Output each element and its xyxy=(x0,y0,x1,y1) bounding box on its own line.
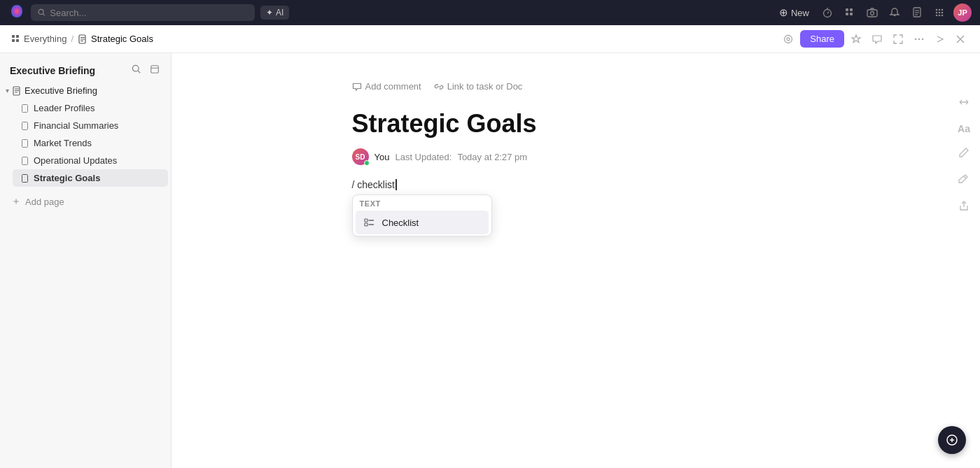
sidebar-search-btn[interactable] xyxy=(129,63,144,78)
bell-icon-btn[interactable] xyxy=(886,4,903,21)
slash-command-line[interactable]: / checklist xyxy=(352,179,800,190)
apps-icon-btn[interactable] xyxy=(931,4,948,21)
svg-rect-50 xyxy=(22,139,28,147)
sidebar-search-icon xyxy=(132,64,141,74)
svg-line-53 xyxy=(964,176,966,178)
breadcrumb-bar: Everything / Strategic Goals Share xyxy=(0,25,980,53)
page-icon-small-4 xyxy=(21,157,29,165)
star-icon-btn[interactable] xyxy=(847,31,865,48)
close-button[interactable] xyxy=(952,31,969,47)
link-task-btn[interactable]: Link to task or Doc xyxy=(434,81,523,92)
breadcrumb-current-page: Strategic Goals xyxy=(78,34,153,44)
svg-point-22 xyxy=(936,15,938,17)
sidebar-group-label: Executive Briefing xyxy=(24,85,97,96)
edit2-icon xyxy=(958,173,969,185)
svg-rect-27 xyxy=(12,39,15,42)
sidebar-item-market-trends[interactable]: Market Trends xyxy=(13,134,168,152)
breadcrumb-separator: / xyxy=(71,34,74,44)
add-comment-label: Add comment xyxy=(365,81,421,92)
doc-group-icon xyxy=(12,86,22,96)
doc-toolbar: Add comment Link to task or Doc xyxy=(352,81,800,92)
expand-icon-btn[interactable] xyxy=(889,31,907,48)
sidebar-item-strategic-goals[interactable]: Strategic Goals xyxy=(13,169,168,187)
add-page-btn[interactable]: ＋ Add page xyxy=(3,191,168,212)
checklist-option[interactable]: Checklist xyxy=(356,211,489,234)
sidebar-item-label-active: Strategic Goals xyxy=(34,173,161,183)
sidebar-item-financial[interactable]: Financial Summaries xyxy=(13,117,168,134)
search-input[interactable] xyxy=(50,8,248,18)
rt-share-btn[interactable] xyxy=(957,199,971,215)
new-button[interactable]: ⊕ New xyxy=(775,4,813,21)
share-button[interactable]: Share xyxy=(800,30,844,48)
ai-icon: ✦ xyxy=(266,8,273,17)
breadcrumb-actions: Share xyxy=(779,30,969,48)
grid-icon xyxy=(844,7,855,18)
page-icon xyxy=(78,34,88,44)
add-comment-btn[interactable]: Add comment xyxy=(352,81,421,92)
doc-title: Strategic Goals xyxy=(352,108,800,139)
text-cursor xyxy=(396,179,397,190)
svg-point-33 xyxy=(785,35,792,43)
fab-button[interactable] xyxy=(938,426,966,454)
chat-icon-btn[interactable] xyxy=(868,31,886,48)
svg-line-2 xyxy=(43,14,44,15)
top-bar: ✦ AI ⊕ New xyxy=(0,0,980,25)
fab-icon xyxy=(946,434,958,446)
sidebar-group-header[interactable]: ▾ Executive Briefing xyxy=(0,82,171,99)
svg-point-11 xyxy=(871,12,874,15)
star-icon xyxy=(850,34,862,45)
svg-rect-48 xyxy=(22,104,28,112)
doc-author-avatar: SD xyxy=(352,148,369,165)
doc-icon-btn[interactable] xyxy=(909,4,925,21)
expand-icon xyxy=(892,34,904,45)
svg-point-17 xyxy=(939,9,941,11)
checklist-label: Checklist xyxy=(382,218,419,228)
doc-updated-label: Last Updated: xyxy=(395,152,451,162)
rt-edit2-btn[interactable] xyxy=(957,172,971,189)
edit-icon xyxy=(958,147,969,158)
svg-point-23 xyxy=(939,15,941,17)
svg-point-24 xyxy=(941,15,944,17)
checklist-svg-icon xyxy=(364,217,375,228)
rt-edit-btn[interactable] xyxy=(957,146,971,162)
svg-point-18 xyxy=(941,9,944,11)
svg-point-34 xyxy=(787,38,790,41)
sidebar-collapse-btn[interactable] xyxy=(931,31,949,48)
sidebar-children: Leader Profiles Financial Summaries Mark… xyxy=(0,99,171,187)
add-page-label: Add page xyxy=(25,197,64,207)
svg-rect-49 xyxy=(22,122,28,129)
svg-point-35 xyxy=(915,38,917,40)
svg-point-16 xyxy=(936,9,938,11)
rt-expand-btn[interactable] xyxy=(957,95,971,112)
sidebar-item-label: Operational Updates xyxy=(34,155,161,166)
svg-rect-56 xyxy=(365,223,368,226)
search-bar[interactable] xyxy=(31,4,255,21)
timer-icon-btn[interactable] xyxy=(819,4,836,21)
more-icon xyxy=(913,34,925,45)
sidebar-item-leader-profiles[interactable]: Leader Profiles xyxy=(13,99,168,117)
slash-dropdown: TEXT Checklist xyxy=(352,194,492,236)
camera-icon-btn[interactable] xyxy=(864,4,881,21)
svg-rect-6 xyxy=(846,8,848,11)
ai-button[interactable]: ✦ AI xyxy=(260,6,289,20)
sidebar-layout-btn[interactable] xyxy=(147,63,162,78)
everything-label: Everything xyxy=(24,34,66,44)
more-icon-btn[interactable] xyxy=(910,31,928,48)
page-icon-small-3 xyxy=(21,139,29,148)
camera-icon xyxy=(867,7,878,18)
sidebar: Executive Briefing ▾ xyxy=(0,53,172,468)
app-logo xyxy=(8,3,25,22)
svg-point-1 xyxy=(38,9,43,14)
rt-font-btn[interactable]: Aa xyxy=(956,122,972,136)
doc-icon xyxy=(911,7,923,18)
breadcrumb-everything[interactable]: Everything xyxy=(11,34,66,44)
sidebar-group-executive: ▾ Executive Briefing Leader Profiles xyxy=(0,82,171,187)
expand-width-icon xyxy=(958,97,969,108)
settings-icon-btn[interactable] xyxy=(779,31,797,48)
apps-icon xyxy=(934,7,945,18)
svg-rect-25 xyxy=(12,35,15,38)
grid-icon-btn[interactable] xyxy=(841,4,858,21)
avatar[interactable]: JP xyxy=(953,3,972,22)
sidebar-item-label: Leader Profiles xyxy=(34,103,161,113)
sidebar-item-operational[interactable]: Operational Updates xyxy=(13,152,168,169)
